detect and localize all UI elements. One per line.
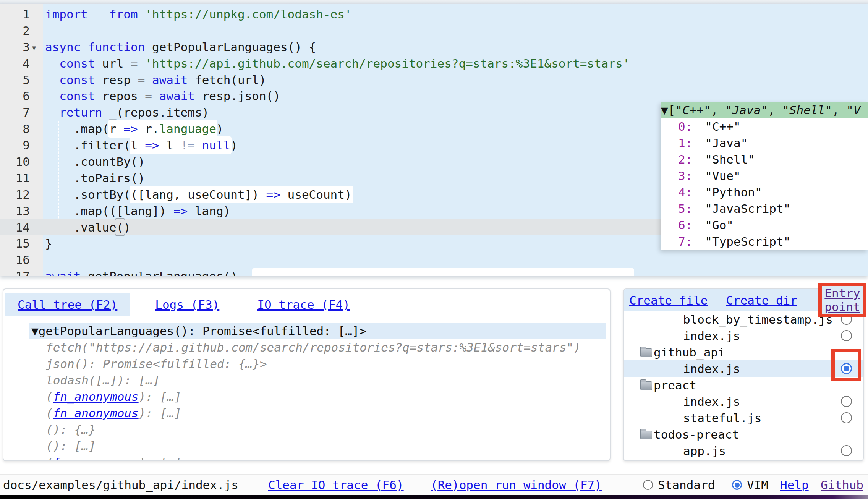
code-text: .map(([lang]) => lang) [45, 203, 230, 219]
anonymous-fn-link[interactable]: fn_anonymous [53, 455, 139, 461]
inspector-item-index: 3: [678, 168, 692, 184]
entry-point-link-line2[interactable]: point [824, 300, 860, 314]
inspector-item[interactable]: 3:"Vue" [661, 168, 868, 184]
help-link[interactable]: Help [780, 478, 809, 492]
vim-mode-radio[interactable] [732, 480, 742, 490]
call-tree-row[interactable]: fetch("https://api.github.com/search/rep… [3, 339, 610, 356]
entry-point-link-line1[interactable]: Entry [824, 286, 860, 300]
anonymous-fn-link[interactable]: fn_anonymous [53, 390, 139, 403]
code-text: async function getPopularLanguages() { [45, 39, 316, 55]
code-token [45, 105, 59, 119]
create-dir-link[interactable]: Create dir [726, 293, 797, 307]
line-number: 7 [0, 104, 30, 121]
code-line[interactable]: 1import _ from 'https://unpkg.com/lodash… [0, 6, 868, 23]
code-line[interactable]: 16 [0, 252, 868, 268]
call-tree-row[interactable]: (): […] [3, 438, 610, 454]
line-number: 15 [0, 235, 30, 252]
call-tree-row[interactable]: (fn_anonymous): […] [3, 405, 610, 421]
tree-file-row[interactable]: app.js [624, 442, 863, 459]
inspector-item[interactable]: 7:"TypeScript" [661, 233, 868, 250]
code-text: const repos = await resp.json() [45, 88, 280, 104]
call-tree-row[interactable]: (fn_anonymous): […] [3, 389, 610, 405]
file-label: index.html [683, 460, 755, 462]
line-number: 1 [0, 6, 30, 23]
tree-folder-row[interactable]: github_api [624, 344, 863, 360]
inspector-item[interactable]: 0:"C++" [661, 118, 868, 135]
inspector-header-token: , [768, 103, 782, 117]
reopen-run-window-link[interactable]: (Re)open run window (F7) [431, 478, 602, 492]
tree-file-row[interactable]: index.html [624, 459, 863, 461]
tree-file-row[interactable]: stateful.js [624, 410, 863, 426]
call-tree-row[interactable]: lodash([…]): […] [3, 372, 610, 389]
call-tree-root-row[interactable]: ▼getPopularLanguages(): Promise<fulfille… [29, 323, 606, 339]
create-file-link[interactable]: Create file [629, 293, 708, 307]
inspector-array-header[interactable]: ▼["C++", "Java", "Shell", "V [661, 102, 868, 118]
inspector-item[interactable]: 4:"Python" [661, 184, 868, 201]
fold-arrow-icon[interactable]: ▼ [32, 40, 36, 56]
code-token: l [130, 136, 145, 154]
github-link[interactable]: Github [821, 478, 863, 492]
code-token: ) [230, 138, 238, 152]
code-token: .filter( [45, 138, 131, 152]
code-token: => [173, 204, 188, 218]
code-token: => [266, 186, 280, 203]
entry-point-radio[interactable] [841, 412, 852, 423]
code-token [138, 57, 145, 70]
call-tree-row[interactable]: json(): Promise<fulfilled: {…}> [3, 356, 610, 372]
line-number: 14 [0, 219, 30, 236]
entry-point-radio[interactable] [841, 445, 852, 456]
call-tree-row[interactable]: (fn_anonymous): […] [3, 454, 610, 461]
inspector-item[interactable]: 1:"Java" [661, 135, 868, 151]
folder-label: github_api [654, 345, 725, 359]
tree-folder-row[interactable]: preact [624, 377, 863, 393]
inspector-header-token: ▼[ [661, 103, 675, 117]
tab-logs-f3[interactable]: Logs (F3) [143, 293, 232, 316]
code-text: return _(repos.items) [45, 104, 209, 121]
inspector-item[interactable]: 5:"JavaScript" [661, 201, 868, 217]
code-token [45, 57, 59, 70]
tree-folder-row[interactable]: todos-preact [624, 426, 863, 442]
entry-point-radio[interactable] [841, 396, 852, 407]
entry-point-radio[interactable] [841, 330, 852, 341]
inspector-item-index: 4: [678, 184, 692, 201]
code-token: 'https://api.github.com/search/repositor… [145, 57, 630, 70]
value-inspector-popup[interactable]: ▼["C++", "Java", "Shell", "V 0:"C++"1:"J… [661, 102, 868, 250]
file-label: block_by_timestamp.js [683, 313, 833, 326]
line-number: 6 [0, 88, 30, 104]
tree-file-row[interactable]: index.js [624, 393, 863, 410]
code-line[interactable]: 3▼async function getPopularLanguages() { [0, 39, 868, 55]
code-text: .filter(l => l != null) [45, 137, 238, 154]
file-label: index.js [683, 329, 740, 343]
code-token: _(repos.items) [102, 105, 209, 119]
code-line[interactable]: 4 const url = 'https://api.github.com/se… [0, 55, 868, 72]
code-token: ) [216, 122, 223, 136]
code-text: .sortBy(([lang, useCount]) => useCount) [45, 186, 352, 203]
code-line[interactable]: 5 const resp = await fetch(url) [0, 72, 868, 88]
vim-mode-label[interactable]: VIM [747, 478, 768, 492]
standard-mode-label[interactable]: Standard [658, 478, 715, 492]
anonymous-fn-link[interactable]: fn_anonymous [53, 406, 139, 420]
call-tree-result: ): […] [139, 390, 181, 403]
code-text: } [45, 235, 52, 252]
code-token: await [152, 73, 188, 87]
code-line[interactable]: 2 [0, 23, 868, 39]
line-number: 11 [0, 170, 30, 186]
tree-file-row[interactable]: index.js [624, 360, 863, 377]
code-text: const url = 'https://api.github.com/sear… [45, 55, 630, 72]
inspector-header-token: "Shell" [782, 103, 832, 117]
standard-mode-radio[interactable] [643, 480, 653, 490]
code-token: => [123, 120, 138, 138]
tab-io-trace-f4[interactable]: IO trace (F4) [245, 293, 362, 316]
folder-label: todos-preact [654, 428, 739, 441]
code-text: .value() [45, 219, 131, 236]
tree-file-row[interactable]: index.js [624, 327, 863, 344]
code-token: getPopularLanguages() [81, 269, 238, 276]
clear-io-trace-link[interactable]: Clear IO trace (F6) [268, 478, 404, 492]
line-number: 17 [0, 268, 30, 276]
inspector-item[interactable]: 2:"Shell" [661, 151, 868, 168]
code-line[interactable]: 17await getPopularLanguages() [0, 268, 868, 276]
inspector-item[interactable]: 6:"Go" [661, 217, 868, 233]
call-tree-row[interactable]: (): {…} [3, 421, 610, 438]
code-token: getPopularLanguages() { [145, 40, 316, 54]
tab-call-tree-f2[interactable]: Call tree (F2) [5, 293, 130, 316]
